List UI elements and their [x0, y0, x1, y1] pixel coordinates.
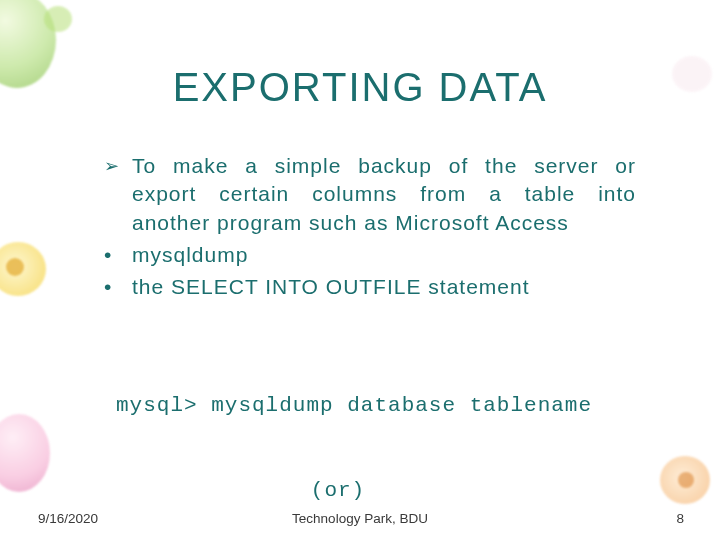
- code-line: mysql> mysqldump database tablename: [116, 392, 620, 420]
- slide: EXPORTING DATA ➢ To make a simple backup…: [0, 0, 720, 540]
- bullet-1-line-1: To make a simple backup of the server or: [132, 152, 636, 180]
- bullet-item-3: • the SELECT INTO OUTFILE statement: [104, 273, 636, 301]
- dot-bullet-icon: •: [104, 273, 132, 301]
- dot-bullet-icon: •: [104, 241, 132, 269]
- bullet-1-line-3: another program such as Microsoft Access: [132, 209, 636, 237]
- code-block: mysql> mysqldump database tablename (or)…: [116, 336, 620, 540]
- bullet-list: ➢ To make a simple backup of the server …: [60, 152, 660, 302]
- slide-footer: 9/16/2020 Technology Park, BDU 8: [0, 511, 720, 526]
- arrow-bullet-icon: ➢: [104, 152, 132, 237]
- bullet-item-2: • mysqldump: [104, 241, 636, 269]
- bullet-text: mysqldump: [132, 241, 636, 269]
- code-line: (or): [116, 477, 620, 505]
- bullet-text: the SELECT INTO OUTFILE statement: [132, 273, 636, 301]
- slide-title: EXPORTING DATA: [60, 65, 660, 110]
- bullet-text: To make a simple backup of the server or…: [132, 152, 636, 237]
- bullet-item-1: ➢ To make a simple backup of the server …: [104, 152, 636, 237]
- bullet-1-line-2: export certain columns from a table into: [132, 180, 636, 208]
- footer-center: Technology Park, BDU: [0, 511, 720, 526]
